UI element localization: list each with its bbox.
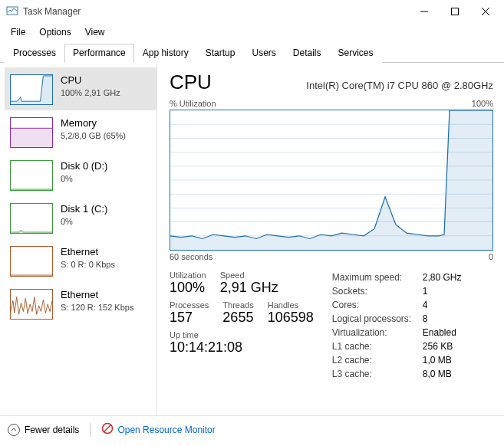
sidebar-item-ethernet-0[interactable]: Ethernet S: 0 R: 0 Kbps: [5, 239, 156, 282]
app-icon: [6, 5, 18, 19]
cpu-utilization-chart: [170, 110, 493, 251]
svg-rect-2: [452, 8, 459, 15]
sidebar-item-sub: S: 120 R: 152 Kbps: [61, 302, 133, 313]
window-title: Task Manager: [23, 6, 81, 17]
ethernet-thumb-icon: [10, 289, 53, 320]
processes-label: Processes: [170, 300, 209, 310]
chart-y-label: % Utilization: [170, 99, 216, 108]
svg-rect-5: [11, 128, 52, 147]
sidebar-item-sub: 0%: [61, 216, 107, 227]
logical-processors-value: 8: [423, 312, 428, 326]
memory-thumb-icon: [10, 117, 53, 148]
disk-thumb-icon: [10, 160, 53, 191]
sidebar-item-disk-0[interactable]: Disk 0 (D:) 0%: [5, 153, 156, 196]
cores-value: 4: [423, 298, 428, 312]
resource-monitor-icon: [101, 422, 114, 437]
cores-label: Cores:: [332, 298, 423, 312]
utilization-label: Utilization: [170, 271, 206, 280]
sidebar-item-disk-1[interactable]: Disk 1 (C:) 0%: [5, 196, 156, 239]
sidebar-item-sub: 5,2/8,0 GB (65%): [61, 130, 126, 141]
minimize-button[interactable]: [409, 1, 440, 22]
tab-users[interactable]: Users: [243, 44, 284, 63]
chevron-up-icon: [8, 424, 20, 436]
chart-x-right: 0: [489, 252, 493, 261]
titlebar: Task Manager: [0, 0, 504, 23]
speed-label: Speed: [220, 271, 278, 280]
tab-services[interactable]: Services: [330, 44, 382, 63]
l3-cache-label: L3 cache:: [332, 367, 423, 381]
menu-file[interactable]: File: [5, 25, 31, 40]
speed-value: 2,91 GHz: [220, 280, 278, 296]
l2-cache-label: L2 cache:: [332, 353, 423, 367]
tab-strip: Processes Performance App history Startu…: [0, 43, 504, 63]
logical-processors-label: Logical processors:: [332, 312, 423, 326]
uptime-label: Up time: [170, 330, 242, 339]
cpu-thumb-icon: [10, 74, 53, 105]
fewer-details-button[interactable]: Fewer details: [8, 424, 79, 436]
virtualization-value: Enabled: [423, 326, 456, 339]
l2-cache-value: 1,0 MB: [423, 353, 452, 367]
sidebar-item-sub: 100% 2,91 GHz: [61, 87, 120, 98]
fewer-details-label: Fewer details: [25, 425, 79, 435]
uptime-value: 10:14:21:08: [170, 339, 242, 356]
threads-label: Threads: [222, 300, 253, 310]
handles-label: Handles: [268, 300, 314, 310]
sidebar-item-label: CPU: [61, 74, 120, 87]
threads-value: 2655: [222, 310, 253, 326]
main-panel: CPU Intel(R) Core(TM) i7 CPU 860 @ 2.80G…: [157, 63, 504, 415]
tab-startup[interactable]: Startup: [197, 44, 244, 63]
separator: [90, 423, 91, 437]
sockets-value: 1: [423, 284, 428, 298]
max-speed-label: Maximum speed:: [332, 271, 423, 284]
sidebar-item-sub: S: 0 R: 0 Kbps: [61, 259, 115, 270]
sidebar-item-sub: 0%: [61, 173, 107, 184]
sidebar-item-label: Memory: [61, 117, 126, 130]
sidebar-item-cpu[interactable]: CPU 100% 2,91 GHz: [5, 67, 156, 110]
sidebar: CPU 100% 2,91 GHz Memory 5,2/8,0 GB (65%…: [0, 63, 157, 415]
footer: Fewer details Open Resource Monitor: [0, 415, 504, 443]
utilization-value: 100%: [170, 280, 206, 296]
sidebar-item-label: Ethernet: [61, 246, 115, 259]
handles-value: 106598: [268, 310, 314, 326]
menu-view[interactable]: View: [79, 25, 111, 40]
chart-y-max: 100%: [472, 99, 493, 108]
cpu-description: Intel(R) Core(TM) i7 CPU 860 @ 2.80GHz: [306, 80, 493, 91]
virtualization-label: Virtualization:: [332, 326, 423, 339]
stats-details: Maximum speed:2,80 GHz Sockets:1 Cores:4…: [332, 271, 462, 381]
sidebar-item-label: Disk 1 (C:): [61, 203, 107, 216]
l1-cache-value: 256 KB: [423, 339, 453, 353]
close-button[interactable]: [470, 1, 501, 22]
l3-cache-value: 8,0 MB: [423, 367, 452, 381]
chart-x-left: 60 seconds: [170, 252, 212, 261]
menu-options[interactable]: Options: [33, 25, 77, 40]
sockets-label: Sockets:: [332, 284, 423, 298]
max-speed-value: 2,80 GHz: [423, 271, 462, 284]
l1-cache-label: L1 cache:: [332, 339, 423, 353]
tab-performance[interactable]: Performance: [64, 44, 134, 63]
stats-primary: Utilization 100% Speed 2,91 GHz Processe…: [170, 271, 314, 381]
resource-monitor-label: Open Resource Monitor: [117, 425, 215, 435]
sidebar-item-ethernet-1[interactable]: Ethernet S: 120 R: 152 Kbps: [5, 282, 156, 325]
tab-processes[interactable]: Processes: [5, 44, 64, 63]
tab-details[interactable]: Details: [285, 44, 330, 63]
tab-app-history[interactable]: App history: [134, 44, 197, 63]
page-title: CPU: [170, 71, 212, 94]
maximize-button[interactable]: [440, 1, 470, 22]
open-resource-monitor-link[interactable]: Open Resource Monitor: [101, 422, 215, 437]
svg-line-19: [104, 425, 111, 432]
sidebar-item-label: Disk 0 (D:): [61, 160, 107, 173]
menubar: File Options View: [0, 23, 504, 41]
sidebar-item-memory[interactable]: Memory 5,2/8,0 GB (65%): [5, 110, 156, 153]
processes-value: 157: [170, 310, 209, 326]
disk-thumb-icon: [10, 203, 53, 234]
sidebar-item-label: Ethernet: [61, 289, 133, 302]
ethernet-thumb-icon: [10, 246, 53, 277]
